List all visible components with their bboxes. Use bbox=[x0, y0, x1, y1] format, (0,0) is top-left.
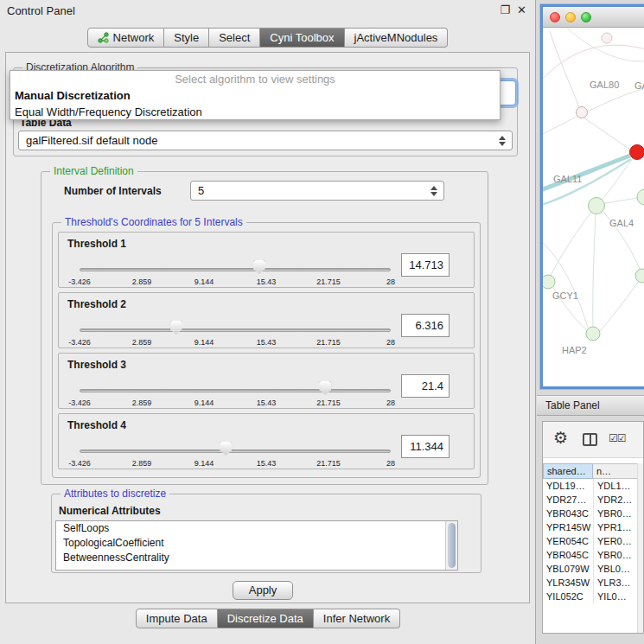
slider-thumb[interactable] bbox=[253, 260, 265, 274]
list-scrollbar[interactable] bbox=[445, 521, 457, 570]
threshold-3-panel: Threshold 3 -3.4262.8599.14415.4321.7152… bbox=[58, 353, 475, 409]
slider-thumb[interactable] bbox=[170, 321, 182, 335]
float-window-icon[interactable]: ❐ bbox=[500, 3, 510, 16]
cell-name: YIL0… bbox=[593, 590, 643, 603]
slider-track[interactable] bbox=[80, 268, 391, 271]
network-node[interactable] bbox=[637, 189, 644, 205]
network-view-window: GAL80 GA GAL11 GAL4 GCY1 HAP2 bbox=[540, 4, 644, 389]
threshold-2-value-field[interactable]: 6.316 bbox=[401, 314, 450, 337]
table-data-value: galFiltered.sif default node bbox=[26, 134, 157, 147]
table-row[interactable]: YDL19… YDL1… bbox=[543, 479, 643, 493]
tick-label: 15.43 bbox=[257, 459, 277, 468]
table-header-row: shared… n… bbox=[543, 463, 643, 479]
table-row[interactable]: YBL079W YBL0… bbox=[543, 562, 643, 576]
tick-label: -3.426 bbox=[68, 459, 91, 468]
column-header-shared-name[interactable]: shared… bbox=[543, 463, 593, 479]
tick-label: -3.426 bbox=[68, 277, 91, 286]
tab-jactivemnodules[interactable]: jActiveMNodules bbox=[345, 28, 449, 48]
slider-track[interactable] bbox=[80, 389, 391, 392]
network-node-gal4[interactable] bbox=[589, 198, 605, 214]
network-node[interactable] bbox=[602, 33, 612, 43]
cell-shared-name: YDR27… bbox=[543, 493, 593, 507]
cyni-toolbox-panel: Discretization Algorithm Select algorith… bbox=[5, 52, 530, 603]
tick-label: -3.426 bbox=[68, 338, 91, 347]
tab-impute-data[interactable]: Impute Data bbox=[136, 609, 218, 628]
gear-icon[interactable]: ⚙ bbox=[553, 429, 568, 448]
table-row[interactable]: YDR27… YDR2… bbox=[543, 493, 643, 507]
list-scrollbar-thumb[interactable] bbox=[448, 523, 456, 568]
columns-icon[interactable] bbox=[583, 433, 597, 446]
node-label-gal4: GAL4 bbox=[609, 218, 634, 228]
table-scrollbar[interactable] bbox=[637, 463, 643, 633]
threshold-1-value-field[interactable]: 14.713 bbox=[401, 253, 450, 277]
cell-shared-name: YBR043C bbox=[543, 507, 593, 520]
slider-tick-labels: -3.4262.8599.14415.4321.71528 bbox=[80, 338, 391, 348]
threshold-4-label: Threshold 4 bbox=[67, 419, 126, 431]
interval-definition-group: Interval Definition Number of Intervals … bbox=[41, 171, 488, 485]
table-row[interactable]: YLR345W YLR3… bbox=[543, 576, 643, 590]
tick-label: 2.859 bbox=[132, 338, 152, 347]
zoom-window-icon[interactable] bbox=[581, 12, 591, 22]
threshold-3-slider[interactable]: -3.4262.8599.14415.4321.71528 bbox=[80, 383, 391, 407]
column-header-name[interactable]: n… bbox=[593, 463, 643, 479]
tab-discretize-data[interactable]: Discretize Data bbox=[218, 609, 314, 628]
tab-select[interactable]: Select bbox=[209, 28, 260, 48]
network-canvas[interactable]: GAL80 GA GAL11 GAL4 GCY1 HAP2 bbox=[543, 28, 644, 386]
cell-shared-name: YIL052C bbox=[543, 590, 593, 603]
tab-style[interactable]: Style bbox=[164, 28, 209, 48]
tick-label: 21.715 bbox=[316, 399, 341, 407]
threshold-1-slider[interactable]: -3.4262.8599.14415.4321.71528 bbox=[80, 262, 391, 286]
algorithm-placeholder-option[interactable]: Select algorithm to view settings bbox=[10, 71, 500, 87]
algorithm-option-equal-width[interactable]: Equal Width/Frequency Discretization bbox=[10, 104, 500, 120]
tick-label: 2.859 bbox=[132, 459, 152, 468]
threshold-2-slider[interactable]: -3.4262.8599.14415.4321.71528 bbox=[80, 322, 391, 347]
tick-label: 9.144 bbox=[194, 338, 214, 347]
network-graph: GAL80 GA GAL11 GAL4 GCY1 HAP2 bbox=[543, 28, 644, 386]
slider-thumb[interactable] bbox=[220, 442, 232, 456]
tab-cyni-toolbox[interactable]: Cyni Toolbox bbox=[260, 28, 344, 48]
network-node-gcy1[interactable] bbox=[543, 275, 555, 289]
threshold-3-label: Threshold 3 bbox=[67, 359, 126, 371]
slider-track[interactable] bbox=[80, 450, 391, 453]
close-panel-icon[interactable]: ✕ bbox=[517, 3, 526, 16]
slider-thumb[interactable] bbox=[319, 381, 331, 395]
threshold-4-slider[interactable]: -3.4262.8599.14415.4321.71528 bbox=[80, 443, 391, 468]
table-data-combobox[interactable]: galFiltered.sif default node bbox=[18, 131, 513, 150]
tick-label: 9.144 bbox=[194, 277, 214, 286]
table-row[interactable]: YER054C YER0… bbox=[543, 534, 643, 548]
top-tab-bar: Network Style Select Cyni Toolbox jActiv… bbox=[0, 28, 535, 48]
attribute-list-item[interactable]: TopologicalCoefficient bbox=[56, 536, 457, 551]
table-row[interactable]: YBR045C YBR0… bbox=[543, 548, 643, 562]
number-of-intervals-combobox[interactable]: 5 bbox=[190, 181, 444, 201]
tick-label: 21.715 bbox=[316, 277, 341, 286]
combo-arrows-icon bbox=[430, 186, 437, 196]
algorithm-option-manual[interactable]: Manual Discretization bbox=[10, 87, 500, 104]
network-node-hap2[interactable] bbox=[586, 327, 600, 341]
thresholds-group-title: Threshold's Coordinates for 5 Intervals bbox=[61, 216, 246, 228]
numerical-attributes-list[interactable]: SelfLoopsTopologicalCoefficientBetweenne… bbox=[55, 520, 458, 571]
network-node-gal80[interactable] bbox=[577, 107, 588, 118]
tab-network[interactable]: Network bbox=[87, 28, 165, 48]
threshold-3-value-field[interactable]: 21.4 bbox=[401, 374, 450, 398]
close-window-icon[interactable] bbox=[550, 12, 560, 22]
attribute-list-item[interactable]: SelfLoops bbox=[56, 521, 457, 536]
tick-label: 2.859 bbox=[132, 399, 152, 407]
network-node[interactable] bbox=[635, 269, 644, 283]
slider-track[interactable] bbox=[80, 328, 391, 332]
tab-infer-network[interactable]: Infer Network bbox=[314, 609, 400, 628]
minimize-window-icon[interactable] bbox=[565, 12, 576, 22]
bottom-tab-bar: Impute Data Discretize Data Infer Networ… bbox=[0, 609, 536, 628]
select-columns-checkbox-icon[interactable]: ☑☑ bbox=[609, 432, 626, 444]
table-toolbar: ⚙ ☑☑ bbox=[543, 422, 643, 458]
table-row[interactable]: YPR145W YPR1… bbox=[543, 520, 643, 534]
threshold-4-panel: Threshold 4 -3.4262.8599.14415.4321.7152… bbox=[58, 413, 475, 469]
slider-tick-labels: -3.4262.8599.14415.4321.71528 bbox=[80, 399, 391, 409]
threshold-4-value-field[interactable]: 11.344 bbox=[401, 435, 450, 458]
network-node-selected[interactable] bbox=[630, 145, 644, 160]
table-row[interactable]: YBR043C YBR0… bbox=[543, 507, 643, 520]
table-row[interactable]: YIL052C YIL0… bbox=[543, 590, 643, 603]
apply-button[interactable]: Apply bbox=[233, 581, 293, 600]
number-of-intervals-label: Number of Intervals bbox=[64, 185, 162, 197]
cell-name: YBR0… bbox=[593, 548, 643, 562]
attribute-list-item[interactable]: BetweennessCentrality bbox=[56, 551, 457, 565]
